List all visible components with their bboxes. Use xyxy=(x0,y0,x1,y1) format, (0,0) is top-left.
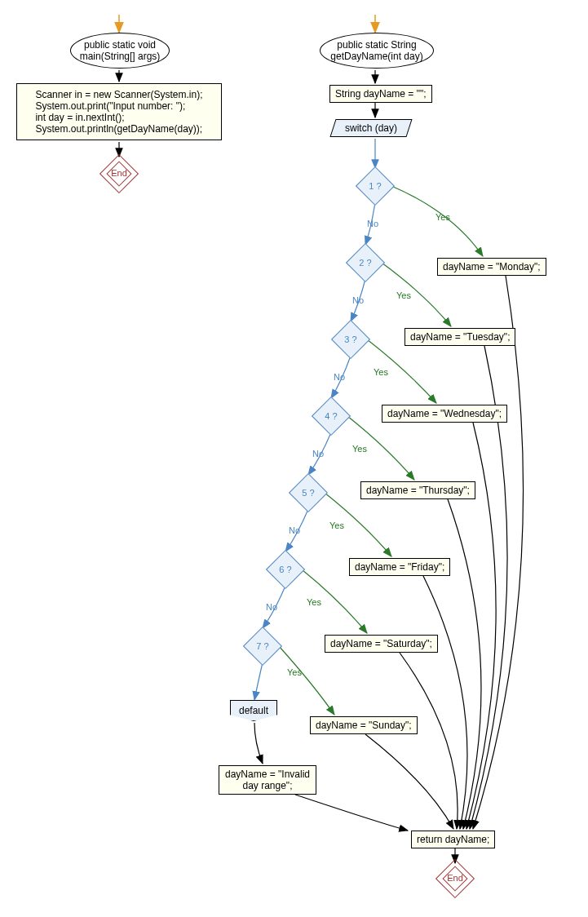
case-6-diamond: 6 ? xyxy=(267,552,303,587)
case-2-diamond: 2 ? xyxy=(347,245,383,281)
case-5-diamond: 5 ? xyxy=(290,475,326,511)
case-3-action-text: dayName = "Wednesday"; xyxy=(387,408,502,419)
switch-node: switch (day) xyxy=(329,119,412,137)
case-2-label: 2 ? xyxy=(359,258,371,268)
case-5-action: dayName = "Friday"; xyxy=(349,558,450,576)
case-1-diamond: 1 ? xyxy=(357,168,393,204)
c1-yes: Yes xyxy=(435,212,450,222)
case-6-label: 6 ? xyxy=(279,565,291,574)
c7-yes: Yes xyxy=(287,667,302,677)
c1-no: No xyxy=(367,219,378,228)
case-1-action: dayName = "Monday"; xyxy=(437,258,546,276)
default-node: default xyxy=(230,700,277,721)
case-3-action: dayName = "Wednesday"; xyxy=(382,405,507,423)
func-end-label: End xyxy=(441,873,469,883)
func-entry-label: public static String getDayName(int day) xyxy=(330,39,422,62)
case-2-action: dayName = "Tuesday"; xyxy=(405,328,515,346)
c5-yes: Yes xyxy=(329,521,344,530)
switch-label: switch (day) xyxy=(345,122,397,134)
case-6-action-text: dayName = "Saturday"; xyxy=(330,638,432,649)
init-text: String dayName = ""; xyxy=(335,88,427,100)
default-action: dayName = "Invalid day range"; xyxy=(219,765,316,795)
case-7-label: 7 ? xyxy=(256,641,268,651)
case-1-label: 1 ? xyxy=(369,181,381,191)
case-6-action: dayName = "Saturday"; xyxy=(325,635,438,653)
case-4-action-text: dayName = "Thursday"; xyxy=(366,485,470,496)
c2-yes: Yes xyxy=(396,290,411,300)
case-7-action: dayName = "Sunday"; xyxy=(310,716,418,734)
case-2-action-text: dayName = "Tuesday"; xyxy=(410,331,510,343)
init-rect: String dayName = ""; xyxy=(329,85,432,103)
case-3-diamond: 3 ? xyxy=(333,321,369,357)
main-end-label: End xyxy=(105,168,133,178)
case-7-action-text: dayName = "Sunday"; xyxy=(316,720,412,731)
default-action-text: dayName = "Invalid day range"; xyxy=(225,769,310,791)
case-4-diamond: 4 ? xyxy=(313,398,349,434)
func-end: End xyxy=(441,865,469,893)
main-body-rect: Scanner in = new Scanner(System.in); Sys… xyxy=(16,83,222,140)
case-1-action-text: dayName = "Monday"; xyxy=(443,261,541,272)
c4-no: No xyxy=(312,449,324,458)
c6-no: No xyxy=(266,602,277,612)
func-entry-ellipse: public static String getDayName(int day) xyxy=(320,33,434,69)
c6-yes: Yes xyxy=(307,597,321,607)
case-5-label: 5 ? xyxy=(302,488,314,498)
return-rect: return dayName; xyxy=(411,831,495,848)
main-body-text: Scanner in = new Scanner(System.in); Sys… xyxy=(35,89,202,135)
main-end: End xyxy=(105,160,133,188)
c5-no: No xyxy=(289,525,300,535)
return-text: return dayName; xyxy=(417,834,489,845)
main-entry-label: public static void main(String[] args) xyxy=(80,39,161,62)
case-5-action-text: dayName = "Friday"; xyxy=(355,561,444,573)
c3-yes: Yes xyxy=(374,367,388,377)
main-entry-ellipse: public static void main(String[] args) xyxy=(70,33,170,69)
c4-yes: Yes xyxy=(352,444,367,454)
case-3-label: 3 ? xyxy=(344,334,356,344)
c2-no: No xyxy=(352,295,364,305)
case-4-action: dayName = "Thursday"; xyxy=(360,481,475,499)
case-7-diamond: 7 ? xyxy=(245,628,281,664)
c3-no: No xyxy=(334,372,345,382)
case-4-label: 4 ? xyxy=(325,411,337,421)
default-label: default xyxy=(239,705,268,716)
